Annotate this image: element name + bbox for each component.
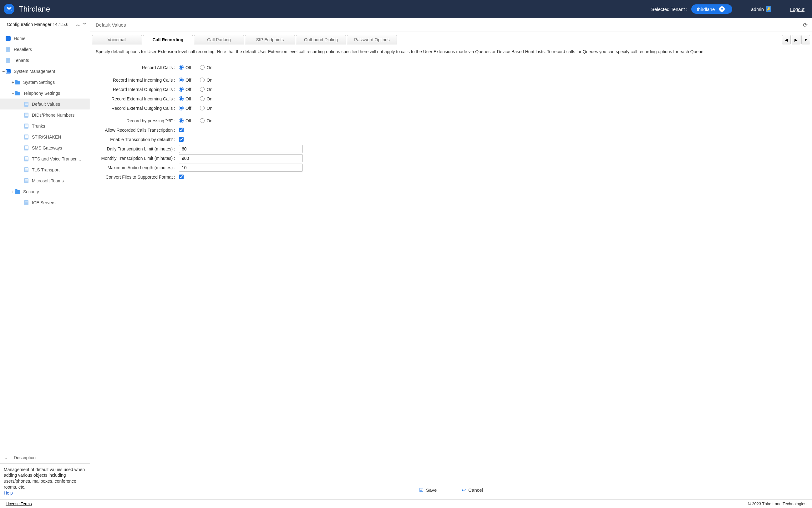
radio-rec-int-out-off[interactable]: Off [179,87,191,92]
tab-nav: ◀ ▶ ▼ [782,35,810,44]
tab-scroll-right[interactable]: ▶ [792,35,801,44]
brand-icon [6,6,12,12]
sidebar-item-resellers[interactable]: Resellers [0,44,90,55]
radio-rec-int-out-on[interactable]: On [200,87,212,92]
input-daily-limit[interactable] [179,145,303,153]
sidebar-item-label: Tenants [14,58,29,63]
tenant-label: Selected Tenant : [651,7,687,12]
save-button[interactable]: ☑ Save [419,487,437,493]
tab-call-recording[interactable]: Call Recording [143,35,193,44]
tab-sip-endpoints[interactable]: SIP Endpoints [245,35,295,44]
sidebar-nav[interactable]: HomeResellersTenants−System Management+S… [0,31,90,452]
sidebar-item-tls-transport[interactable]: TLS Transport [0,164,90,175]
expand-icon[interactable]: + [11,80,15,85]
tab-call-parking[interactable]: Call Parking [194,35,244,44]
radio-record-all-on[interactable]: On [200,65,212,70]
sidebar-item-telephony-settings[interactable]: −Telephony Settings [0,88,90,98]
collapse-up-icon[interactable]: ︽ [76,22,80,27]
collapse-icon[interactable]: − [1,69,6,74]
folder-icon [15,91,20,96]
sidebar-item-tenants[interactable]: Tenants [0,55,90,66]
content: Default Values ⟳ VoicemailCall Recording… [90,18,812,499]
label-monthly-limit: Monthly Transcription Limit (minutes) : [96,156,178,161]
radio-rec-ext-out-on[interactable]: On [200,106,212,111]
label-rec-ext-out: Record External Outgoing Calls : [96,106,178,111]
key-icon: 🔑 [766,6,771,12]
radio-record-star9-off[interactable]: Off [179,118,191,123]
radio-rec-ext-in-off[interactable]: Off [179,96,191,101]
input-monthly-limit[interactable] [179,154,303,162]
top-bar: Thirdlane Selected Tenant : thirdlane ▼ … [0,0,812,18]
expand-down-icon[interactable]: ︾ [83,22,87,27]
radio-record-all-off[interactable]: Off [179,65,191,70]
radio-record-star9-on[interactable]: On [200,118,212,123]
radio-rec-int-in-on[interactable]: On [200,78,212,83]
label-daily-limit: Daily Transcription Limit (minutes) : [96,146,178,152]
logout-link[interactable]: Logout [790,7,805,12]
sidebar-item-dids-phone-numbers[interactable]: DIDs/Phone Numbers [0,110,90,120]
sidebar-item-system-management[interactable]: −System Management [0,66,90,77]
sidebar-item-microsoft-teams[interactable]: Microsoft Teams [0,175,90,186]
sidebar-title: Configuration Manager 14.1.5.6 [7,22,69,27]
radio-rec-ext-in-on[interactable]: On [200,96,212,101]
row-rec-ext-in: Record External Incoming Calls : Off On [96,94,806,103]
description-title: Description [14,455,36,460]
tab-menu[interactable]: ▼ [801,35,810,44]
collapse-icon[interactable]: − [11,91,15,96]
form: Record All Calls : Off On Record Interna… [90,57,812,188]
radio-rec-ext-out-off[interactable]: Off [179,106,191,111]
sidebar-title-bar: Configuration Manager 14.1.5.6 ︽ ︾ [0,18,90,31]
cancel-button[interactable]: ↩ Cancel [462,487,483,493]
label-allow-trans: Allow Recorded Calls Transcription : [96,128,178,133]
sidebar-item-ice-servers[interactable]: ICE Servers [0,197,90,208]
row-allow-trans: Allow Recorded Calls Transcription : [96,126,806,134]
label-enable-trans: Enable Transcription by default? : [96,137,178,142]
input-max-audio[interactable] [179,164,303,172]
tenant-selector[interactable]: thirdlane ▼ [691,4,733,14]
tab-outbound-dialing[interactable]: Outbound Dialing [296,35,346,44]
sidebar-item-system-settings[interactable]: +System Settings [0,77,90,88]
row-rec-int-out: Record Internal Outgoing Calls : Off On [96,85,806,94]
label-record-all: Record All Calls : [96,65,178,70]
sidebar-item-label: TLS Transport [32,167,60,172]
file-icon [24,134,29,139]
tab-scroll-left[interactable]: ◀ [782,35,791,44]
save-icon: ☑ [419,487,424,493]
expand-icon[interactable]: + [11,189,15,194]
tab-password-options[interactable]: Password Options [347,35,397,44]
help-link[interactable]: Help [4,491,13,496]
sys-icon [6,69,11,74]
tab-voicemail[interactable]: Voicemail [92,35,142,44]
sidebar-item-stir-shaken[interactable]: STIR/SHAKEN [0,131,90,142]
row-record-star9: Record by pressing "*9" : Off On [96,116,806,125]
file-icon [24,102,29,107]
checkbox-convert[interactable] [179,175,184,179]
home-icon [6,36,11,41]
file-icon [24,157,29,161]
label-rec-int-out: Record Internal Outgoing Calls : [96,87,178,92]
description-header[interactable]: ⌄ Description [0,452,90,464]
action-bar: ☑ Save ↩ Cancel [90,483,812,499]
sidebar-item-sms-gateways[interactable]: SMS Gateways [0,142,90,153]
sidebar-item-default-values[interactable]: Default Values [0,98,90,110]
user-block[interactable]: admin 🔑 [751,6,771,12]
sidebar-item-security[interactable]: +Security [0,186,90,197]
row-rec-ext-out: Record External Outgoing Calls : Off On [96,104,806,113]
label-rec-ext-in: Record External Incoming Calls : [96,96,178,101]
sidebar-item-label: Home [14,36,25,41]
sidebar-item-tts-and-voice-transcri[interactable]: TTS and Voice Transcri... [0,153,90,164]
file-icon [6,47,11,52]
label-convert: Convert Files to Supported Format : [96,175,178,179]
refresh-icon[interactable]: ⟳ [803,22,808,29]
row-convert: Convert Files to Supported Format : [96,173,806,181]
license-link[interactable]: License Terms [6,501,32,506]
sidebar-item-home[interactable]: Home [0,33,90,44]
sidebar-item-label: Resellers [14,47,32,52]
radio-rec-int-in-off[interactable]: Off [179,78,191,83]
checkbox-allow-trans[interactable] [179,128,184,132]
checkbox-enable-trans[interactable] [179,137,184,142]
description-text: Management of default values used when a… [4,467,85,490]
label-rec-int-in: Record Internal Incoming Calls : [96,78,178,83]
brand-logo [4,4,14,14]
sidebar-item-trunks[interactable]: Trunks [0,120,90,131]
